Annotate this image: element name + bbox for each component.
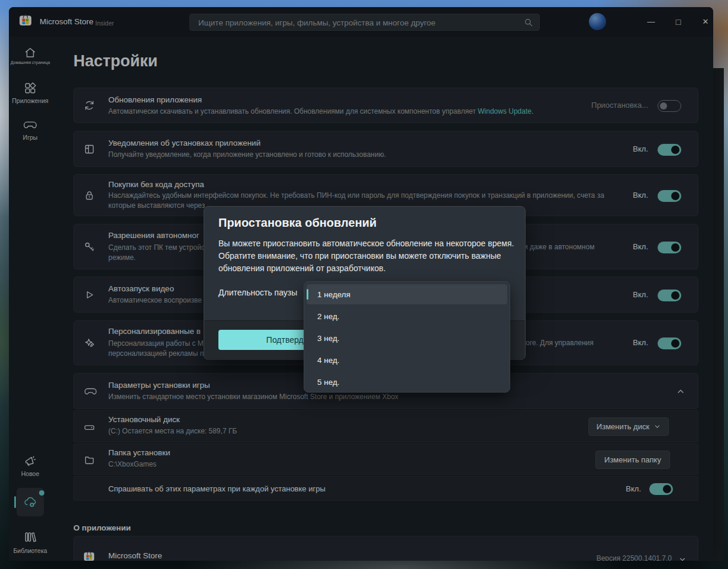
dialog-title: Приостановка обновлений — [218, 216, 376, 230]
pause-duration-dropdown: 1 неделя 2 нед. 3 нед. 4 нед. 5 нед. — [304, 281, 510, 393]
dropdown-option-label: 5 нед. — [317, 378, 340, 387]
dropdown-option-label: 1 неделя — [317, 290, 350, 299]
dropdown-option[interactable]: 2 нед. — [307, 306, 507, 326]
right-edge-panel — [713, 68, 724, 561]
microsoft-store-window: Microsoft Store Insider — □ ✕ Домашняя с… — [9, 7, 713, 561]
dropdown-option-label: 2 нед. — [317, 312, 340, 321]
dropdown-option[interactable]: 3 нед. — [307, 328, 507, 348]
dropdown-option-label: 4 нед. — [317, 356, 340, 365]
dropdown-option-selected[interactable]: 1 неделя — [307, 284, 507, 304]
dialog-body: Вы можете приостановить автоматическое о… — [218, 237, 517, 275]
selected-option-accent — [307, 289, 308, 300]
dropdown-option[interactable]: 5 нед. — [307, 372, 507, 392]
dropdown-option-label: 3 нед. — [317, 334, 340, 343]
duration-label: Длительность паузы — [218, 288, 297, 297]
dropdown-option[interactable]: 4 нед. — [307, 350, 507, 370]
